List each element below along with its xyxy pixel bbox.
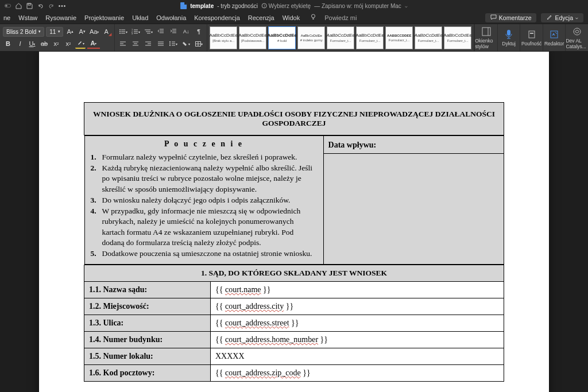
tab-review[interactable]: Recenzja [248,14,274,21]
style-item-4[interactable]: AaBbCcDdEeFormularz_t... [327,26,354,49]
style-item-3[interactable]: AaBbCcDdEe# indeks gorny [297,26,325,49]
subscript-icon[interactable]: x2 [51,38,61,49]
increase-indent-icon[interactable] [168,26,179,37]
style-item-0[interactable]: AaBbCcDdEe[Brak stylu a... [210,26,237,49]
decrease-indent-icon[interactable] [156,26,166,37]
word-doc-icon [180,2,187,9]
autosave-toggle[interactable] [5,3,11,9]
multilevel-icon[interactable]: ▾ [143,26,153,37]
bold-icon[interactable]: B [3,38,13,49]
document-area[interactable]: WNIOSEK DŁUŻNIKA O OGŁOSZENIE UPADŁOŚCI … [0,52,588,392]
sort-icon[interactable]: A↓ [181,26,191,37]
tab-draw[interactable]: Rysowanie [45,14,76,21]
title-center: template - tryb zgodności ! Wybierz etyk… [180,2,408,9]
tellme-icon[interactable] [310,14,316,21]
svg-point-5 [312,14,315,18]
highlight-icon[interactable]: ▾ [75,38,86,49]
tab-references[interactable]: Odwołania [156,14,186,21]
field-value: {{ court_address.zip_code }} [211,365,504,382]
pouczenie-cell: P o u c z e n i e 1.Formularz należy wyp… [84,136,323,265]
tab-tellme[interactable]: Powiedz mi [324,14,357,21]
bullets-icon[interactable]: ▾ [118,26,128,37]
shading-icon[interactable]: ▾ [181,38,191,49]
field-label: 1.2. Miejscowość: [84,298,211,315]
form-table: WNIOSEK DŁUŻNIKA O OGŁOSZENIE UPADŁOŚCI … [84,102,504,382]
pouczenie-item: 5.Dodatkowe pouczenia są umieszczone na … [91,249,318,259]
style-item-5[interactable]: AaBbCcDdEeFormularz_t... [356,26,384,49]
underline-icon[interactable]: U▾ [27,38,37,49]
addon-icon [572,26,582,37]
style-item-2[interactable]: AaBbCcDdEe# bold [268,26,296,49]
field-label: 1.4. Numer budynku: [84,332,211,348]
align-right-icon[interactable] [143,38,153,49]
section-1-header: 1. SĄD, DO KTÓREGO SKŁADANY JEST WNIOSEK [84,265,504,282]
styles-pane-button[interactable]: Okienko stylów [474,24,497,51]
superscript-icon[interactable]: x2 [63,38,74,49]
style-item-6[interactable]: AABBCCDDEEFormularz_t... [385,26,413,49]
tab-layout[interactable]: Układ [132,14,148,21]
field-value: {{ court.name }} [211,282,504,298]
sensitivity-label-prompt[interactable]: ! Wybierz etykietę [261,3,311,9]
justify-icon[interactable] [156,38,166,49]
clear-formatting-icon[interactable]: A◢ [101,26,111,37]
font-size-select[interactable]: 11▾ [46,27,63,37]
align-left-icon[interactable] [118,38,128,49]
save-icon[interactable] [26,3,33,9]
svg-point-8 [119,31,121,32]
title-bar: ••• template - tryb zgodności ! Wybierz … [0,0,588,11]
svg-point-1 [5,5,7,7]
svg-point-10 [119,33,121,34]
microphone-icon [504,29,514,40]
font-name-select[interactable]: Bliss 2 Bold▾ [3,27,44,37]
devalx-button[interactable]: Dev AL Catalys... [565,24,588,51]
tab-design[interactable]: Projektowanie [84,14,124,21]
editor-icon [549,29,559,40]
pouczenie-header: P o u c z e n i e [91,139,318,149]
line-spacing-icon[interactable]: ▾ [168,38,179,49]
style-item-8[interactable]: AaBbCcDdEeFormularz_t... [444,26,471,49]
tab-view[interactable]: Widok [283,14,300,21]
ellipsis-icon[interactable]: ••• [59,3,65,9]
field-row: 1.2. Miejscowość: {{ court_address.city … [84,298,504,315]
font-color-icon[interactable]: A▾ [87,38,100,49]
ribbon: Bliss 2 Bold▾ 11▾ A▴ A▾ Aa▾ A◢ B I U▾ ab… [0,24,588,52]
borders-icon[interactable]: ▾ [194,38,204,49]
strikethrough-icon[interactable]: ab [39,38,49,49]
sensitivity-icon [527,29,537,40]
pouczenie-item: 3.Do wniosku należy dołączyć jego odpis … [91,195,318,205]
confidential-button[interactable]: Poufność [520,24,543,51]
ribbon-tabs: ne Wstaw Rysowanie Projektowanie Układ O… [0,11,588,24]
field-label: 1.3. Ulica: [84,315,211,332]
dictate-button[interactable]: Dyktuj [497,24,520,51]
change-case-icon[interactable]: Aa▾ [89,26,99,37]
page: WNIOSEK DŁUŻNIKA O OGŁOSZENIE UPADŁOŚCI … [39,52,549,392]
comments-button[interactable]: Komentarze [485,13,537,22]
chevron-down-icon[interactable]: ⌵ [405,3,408,9]
pouczenie-item: 1.Formularz należy wypełnić czytelnie, b… [91,152,318,162]
undo-icon[interactable] [37,3,44,9]
home-icon[interactable] [16,3,22,9]
editor-button[interactable]: Redaktor [543,24,566,51]
field-value: {{ court_address.home_number }} [211,332,504,348]
editing-button[interactable]: Edycja ⌵ [541,13,583,22]
tab-insert[interactable]: Wstaw [18,14,37,21]
italic-icon[interactable]: I [15,38,25,49]
svg-text:3: 3 [131,32,133,34]
tab-mailings[interactable]: Korespondencja [194,14,240,21]
numbering-icon[interactable]: 123▾ [130,26,141,37]
style-item-1[interactable]: AaBbCcDdEe[Podstawowa... [239,26,266,49]
show-marks-icon[interactable]: ¶ [194,26,204,37]
svg-point-51 [574,28,581,35]
style-item-7[interactable]: AaBbCcDdEeFormularz_t... [415,26,442,49]
svg-rect-48 [529,31,535,38]
redo-icon[interactable] [48,3,55,9]
field-value: {{ court_address.street }} [211,315,504,332]
tab-home[interactable]: ne [3,14,10,21]
field-label: 1.6. Kod pocztowy: [84,365,211,382]
pouczenie-item: 2.Każdą rubrykę niezacieniowaną należy w… [91,163,318,195]
align-center-icon[interactable] [130,38,141,49]
styles-gallery: AaBbCcDdEe[Brak stylu a... AaBbCcDdEe[Po… [207,24,474,51]
decrease-font-icon[interactable]: A▾ [77,26,87,37]
increase-font-icon[interactable]: A▴ [65,26,75,37]
compat-mode: - tryb zgodności [217,3,258,9]
